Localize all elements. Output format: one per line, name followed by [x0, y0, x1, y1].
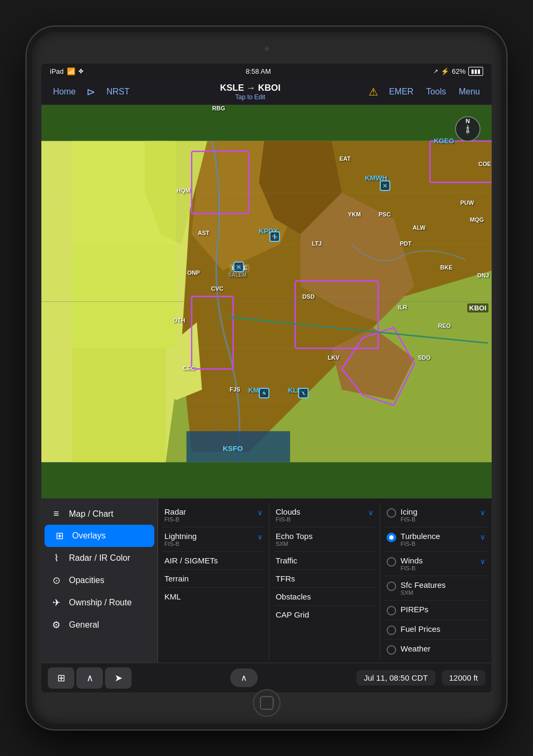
chevron-up-button[interactable]: ∧ — [76, 667, 103, 689]
overlay-fuel-prices[interactable]: Fuel Prices — [385, 620, 487, 640]
sidebar-item-map-chart[interactable]: ≡ Map / Chart — [41, 503, 158, 525]
clouds-chevron-icon: ∨ — [368, 508, 373, 517]
winds-chevron-icon: ∨ — [480, 557, 485, 566]
airport-kboi-label[interactable]: KBOI — [467, 303, 489, 312]
waypoint-fjs: FJS — [230, 386, 240, 393]
winds-radio[interactable] — [387, 557, 396, 567]
battery-percent: 62% — [452, 67, 466, 75]
overlay-pireps-name: PIREPs — [400, 605, 485, 614]
overlay-lightning[interactable]: Lightning FIS-B ∨ — [162, 527, 265, 552]
home-button[interactable]: Home — [48, 85, 81, 99]
marker-kmfr — [259, 388, 269, 398]
weather-warning-icon[interactable]: ⚠ — [365, 84, 381, 100]
arrow-button[interactable]: ➤ — [105, 667, 132, 689]
svg-text:N: N — [466, 118, 470, 124]
overlay-air-sigmets[interactable]: AIR / SIGMETs — [162, 552, 265, 570]
airport-kgeg[interactable]: KGEG — [434, 137, 454, 145]
menu-button[interactable]: Menu — [453, 85, 485, 99]
overlay-tfrs-name: TFRs — [276, 574, 374, 583]
waypoint-mqg: MQG — [470, 216, 484, 223]
sidebar-label-radar: Radar / IR Color — [69, 553, 130, 563]
overlay-kml-name: KML — [164, 592, 263, 601]
waypoint-cvc: CVC — [211, 285, 223, 292]
waypoint-lkv: LKV — [328, 354, 339, 361]
overlay-icing[interactable]: Icing FIS-B ∨ — [385, 503, 487, 527]
sidebar-item-ownship[interactable]: ✈ Ownship / Route — [41, 592, 158, 614]
home-button-physical[interactable] — [253, 689, 281, 717]
waypoint-puw: PUW — [460, 199, 474, 206]
overlay-terrain[interactable]: Terrain — [162, 570, 265, 588]
overlay-col-2: Clouds FIS-B ∨ Echo Tops SXM Traffic — [269, 503, 381, 659]
sidebar-item-radar-ir[interactable]: ⌇ Radar / IR Color — [41, 547, 158, 569]
overlay-echo-tops[interactable]: Echo Tops SXM — [274, 527, 376, 552]
waypoint-rbg: RBG — [212, 105, 225, 111]
overlay-radar[interactable]: Radar FIS-B ∨ — [162, 503, 265, 527]
icing-radio[interactable] — [387, 508, 396, 518]
overlay-clouds[interactable]: Clouds FIS-B ∨ — [274, 503, 376, 527]
overlay-tfrs[interactable]: TFRs — [274, 570, 376, 588]
emer-button[interactable]: EMER — [383, 85, 418, 99]
radar-icon: ⌇ — [50, 552, 63, 564]
sidebar-item-overlays[interactable]: ⊞ Overlays — [45, 525, 154, 547]
pireps-radio[interactable] — [387, 606, 396, 615]
time-display[interactable]: Jul 11, 08:50 CDT — [356, 670, 435, 685]
waypoint-bke: BKE — [440, 264, 452, 271]
chevron-up-icon: ∧ — [86, 672, 93, 684]
sidebar-label-overlays: Overlays — [72, 531, 106, 541]
overlay-traffic[interactable]: Traffic — [274, 552, 376, 570]
label-salem: SALEM — [228, 272, 247, 278]
waypoint-ltj: LTJ — [312, 240, 322, 247]
lightning-chevron-icon: ∨ — [257, 533, 263, 541]
overlay-turbulence[interactable]: Turbulence FIS-B ∨ — [385, 527, 487, 552]
overlay-echo-tops-sub: SXM — [276, 541, 374, 547]
overlay-icing-name: Icing — [400, 507, 478, 516]
arrow-icon: ↗ — [433, 68, 438, 75]
overlay-cap-grid-name: CAP Grid — [276, 610, 374, 619]
device-label: iPad — [50, 67, 64, 75]
layers-outline-icon: ≡ — [50, 508, 63, 519]
tools-button[interactable]: Tools — [421, 85, 451, 99]
route-display[interactable]: KSLE → KBOI Tap to Edit — [137, 83, 363, 101]
overlay-obstacles[interactable]: Obstacles — [274, 588, 376, 606]
altitude-display[interactable]: 12000 ft — [442, 670, 485, 685]
waypoint-ilr: ILR — [398, 304, 407, 310]
sidebar-item-opacities[interactable]: ⊙ Opacities — [41, 569, 158, 592]
up-arrow-icon: ∧ — [241, 673, 247, 682]
status-bar: iPad 📶 ✤ 8:58 AM ↗ ⚡ 62% ▮▮▮ — [41, 64, 492, 79]
waypoint-reo: REO — [438, 323, 451, 329]
direct-to-button[interactable]: ⊳ — [83, 84, 99, 100]
sfc-features-radio[interactable] — [387, 581, 396, 591]
layers-button[interactable]: ⊞ — [48, 667, 74, 689]
signal-icon: ✤ — [78, 68, 83, 75]
overlay-lightning-name: Lightning — [164, 532, 255, 541]
overlay-radar-name: Radar — [164, 507, 255, 516]
tap-to-edit: Tap to Edit — [235, 93, 265, 101]
svg-text:KSFO: KSFO — [223, 445, 243, 453]
waypoint-oth: OTH — [173, 317, 185, 324]
weather-radio[interactable] — [387, 645, 396, 655]
overlay-clouds-sub: FIS-B — [276, 516, 366, 523]
overlay-winds[interactable]: Winds FIS-B ∨ — [385, 552, 487, 576]
waypoint-onp: ONP — [187, 270, 200, 276]
bluetooth-icon: ⚡ — [441, 67, 449, 75]
waypoint-alw: ALW — [413, 224, 425, 231]
nrst-button[interactable]: NRST — [101, 85, 135, 99]
overlay-weather[interactable]: Weather — [385, 640, 487, 659]
plane-icon: ✈ — [50, 597, 63, 609]
overlay-sfc-features[interactable]: Sfc Features SXM — [385, 576, 487, 601]
turbulence-radio[interactable] — [387, 533, 396, 542]
overlay-col-1: Radar FIS-B ∨ Lightning FIS-B ∨ — [158, 503, 269, 659]
overlay-terrain-name: Terrain — [164, 574, 263, 583]
waypoint-sdo: SDO — [418, 354, 431, 361]
ipad-frame: iPad 📶 ✤ 8:58 AM ↗ ⚡ 62% ▮▮▮ Home ⊳ NRST… — [27, 27, 506, 729]
overlay-icing-sub: FIS-B — [400, 516, 478, 523]
overlay-pireps[interactable]: PIREPs — [385, 601, 487, 620]
sidebar-item-general[interactable]: ⚙ General — [41, 614, 158, 636]
waypoint-psc: PSC — [379, 211, 391, 218]
map-area[interactable]: KSFO N KPDX KSLE SALEM KMWH KMFR KLMT KG… — [41, 105, 492, 498]
overlay-kml[interactable]: KML — [162, 588, 265, 605]
overlay-cap-grid[interactable]: CAP Grid — [274, 606, 376, 623]
up-button[interactable]: ∧ — [230, 668, 258, 687]
fuel-prices-radio[interactable] — [387, 625, 396, 635]
marker-kmwh — [380, 180, 390, 191]
